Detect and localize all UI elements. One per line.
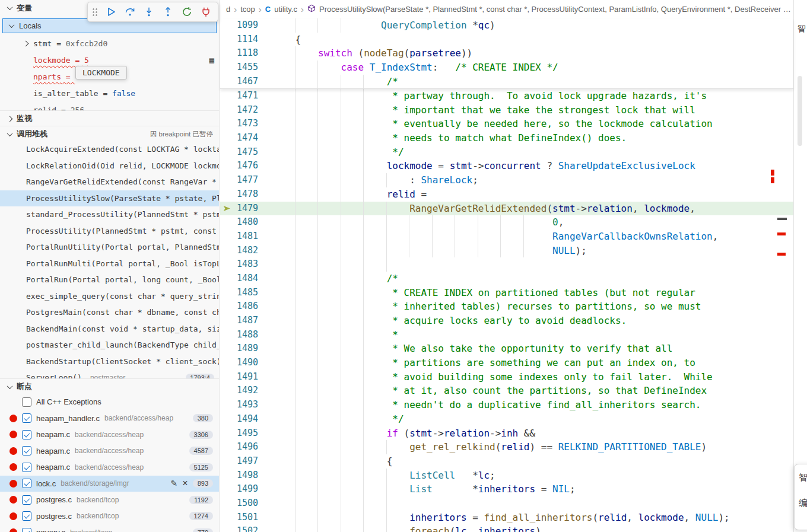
folding-margin[interactable] (258, 244, 272, 258)
folding-margin[interactable] (258, 131, 272, 145)
breakpoint-margin[interactable] (220, 131, 233, 145)
step-out-button[interactable] (159, 4, 176, 20)
line-number[interactable]: 1481 (233, 230, 258, 244)
line-number[interactable]: 1478 (233, 187, 258, 202)
code-text[interactable]: NULL); (272, 244, 793, 258)
code-text[interactable]: { (272, 454, 793, 469)
right-scrollbar-thumb[interactable] (798, 76, 802, 146)
folding-margin[interactable] (258, 426, 272, 441)
breakpoint-checkbox[interactable] (22, 511, 31, 521)
breakpoint-margin[interactable] (220, 356, 233, 370)
folding-margin[interactable] (258, 257, 272, 272)
disconnect-button[interactable] (197, 4, 214, 20)
breakpoints-pane-header[interactable]: 断点 (0, 378, 219, 394)
breadcrumb-folder-tcop[interactable]: tcop (240, 5, 255, 14)
continue-button[interactable] (102, 4, 119, 20)
assistant-float-card[interactable]: 智 编 (794, 464, 807, 530)
code-text[interactable]: QueryCompletion *qc) (272, 18, 793, 33)
breakpoint-margin[interactable] (220, 511, 233, 525)
breakpoint-margin[interactable] (220, 412, 233, 426)
restart-button[interactable] (178, 4, 195, 20)
folding-margin[interactable] (258, 356, 272, 370)
variable-row[interactable]: is_alter_table = false (0, 85, 219, 101)
folding-margin[interactable] (258, 89, 272, 103)
breakpoint-row[interactable]: heapam.cbackend/access/heap3306 (0, 426, 219, 443)
code-text[interactable]: lockmode = stmt->concurrent ? ShareUpdat… (272, 159, 793, 173)
breakpoint-checkbox[interactable] (22, 413, 31, 423)
folding-margin[interactable] (258, 524, 272, 532)
line-number[interactable]: 1477 (233, 173, 258, 187)
folding-margin[interactable] (258, 328, 272, 342)
code-text[interactable]: * important that we take the strongest l… (272, 103, 793, 117)
line-number[interactable]: 1480 (233, 215, 258, 230)
breakpoint-margin[interactable] (220, 482, 233, 496)
step-into-button[interactable] (140, 4, 157, 20)
breakpoint-row[interactable]: heapam.cbackend/access/heap5125 (0, 459, 219, 476)
code-text[interactable]: * acquire locks early to avoid deadlocks… (272, 314, 793, 328)
code-text[interactable]: { (272, 33, 793, 47)
code-text[interactable]: : ShareLock; (272, 173, 793, 187)
breakpoint-margin[interactable] (220, 89, 233, 103)
line-number[interactable]: 1486 (233, 300, 258, 314)
folding-margin[interactable] (258, 482, 272, 496)
breakpoint-margin[interactable] (220, 103, 233, 117)
line-number[interactable]: 1483 (233, 257, 258, 272)
breakpoint-margin[interactable] (220, 145, 233, 160)
variable-row[interactable]: stmt = 0xfccb2d0 (0, 35, 219, 52)
stack-frame-row[interactable]: postmaster_child_launch(BackendType chil… (0, 337, 219, 353)
stack-frame-row[interactable]: ProcessUtility(PlannedStmt * pstmt, cons… (0, 223, 219, 240)
breakpoint-margin[interactable] (220, 18, 233, 33)
breakpoint-margin[interactable] (220, 384, 233, 398)
breakpoint-margin[interactable] (220, 117, 233, 131)
line-number[interactable]: 1475 (233, 145, 258, 160)
code-text[interactable]: RangeVarCallbackOwnsRelation, (272, 230, 793, 244)
breakpoint-margin[interactable] (220, 257, 233, 272)
code-text[interactable]: * eventually be needed here, so the lock… (272, 117, 793, 131)
stack-frame-row[interactable]: standard_ProcessUtility(PlannedStmt * ps… (0, 206, 219, 223)
line-number[interactable]: 1492 (233, 384, 258, 398)
code-text[interactable]: * (272, 328, 793, 342)
execution-arrow-icon[interactable] (220, 202, 233, 216)
folding-margin[interactable] (258, 117, 272, 131)
code-text[interactable]: * avoid building some indexes only to fa… (272, 370, 793, 384)
breakpoint-margin[interactable] (220, 342, 233, 356)
code-text[interactable]: * at it, also count the partitions, so t… (272, 384, 793, 398)
code-text[interactable]: * We also take the opportunity to verify… (272, 342, 793, 356)
code-text[interactable]: */ (272, 145, 793, 160)
line-number[interactable]: 1455 (233, 60, 258, 75)
folding-margin[interactable] (258, 370, 272, 384)
code-text[interactable]: 0, (272, 215, 793, 230)
stack-frame-row[interactable]: LockAcquireExtended(const LOCKTAG * lock… (0, 141, 219, 158)
code-text[interactable]: * needs to match what DefineIndex() does… (272, 131, 793, 145)
line-number[interactable]: 1484 (233, 272, 258, 286)
line-number[interactable]: 1494 (233, 412, 258, 426)
stack-frame-row[interactable]: PostgresMain(const char * dbname, const … (0, 304, 219, 321)
breakpoint-checkbox[interactable] (22, 463, 31, 472)
line-number[interactable]: 1500 (233, 496, 258, 511)
code-text[interactable]: foreach(lc, inheritors) (272, 524, 793, 532)
line-number[interactable]: 1479 (233, 202, 258, 216)
breakpoint-margin[interactable] (220, 286, 233, 300)
view-binary-icon[interactable]: ▦ (209, 56, 214, 64)
code-text[interactable]: * partitions are something we can put an… (272, 356, 793, 370)
line-number[interactable]: 1496 (233, 440, 258, 454)
line-number[interactable]: 1491 (233, 370, 258, 384)
line-number[interactable]: 1488 (233, 328, 258, 342)
breakpoint-margin[interactable] (220, 496, 233, 511)
breakpoint-row[interactable]: postgres.cbackend/tcop1274 (0, 508, 219, 525)
folding-margin[interactable] (258, 145, 272, 160)
folding-margin[interactable] (258, 314, 272, 328)
call-stack-pane-header[interactable]: 调用堆栈 因 breakpoint 已暂停 (0, 126, 219, 142)
stack-frame-row[interactable]: RangeVarGetRelidExtended(const RangeVar … (0, 174, 219, 190)
line-number[interactable]: 1499 (233, 482, 258, 496)
folding-margin[interactable] (258, 187, 272, 202)
stack-frame-row[interactable]: exec_simple_query(const char * query_str… (0, 288, 219, 305)
folding-margin[interactable] (258, 342, 272, 356)
folding-margin[interactable] (258, 398, 272, 412)
line-number[interactable]: 1498 (233, 469, 258, 483)
breadcrumb-file[interactable]: utility.c (274, 5, 297, 14)
folding-margin[interactable] (258, 440, 272, 454)
breakpoint-margin[interactable] (220, 272, 233, 286)
breakpoint-margin[interactable] (220, 75, 233, 89)
folding-margin[interactable] (258, 173, 272, 187)
